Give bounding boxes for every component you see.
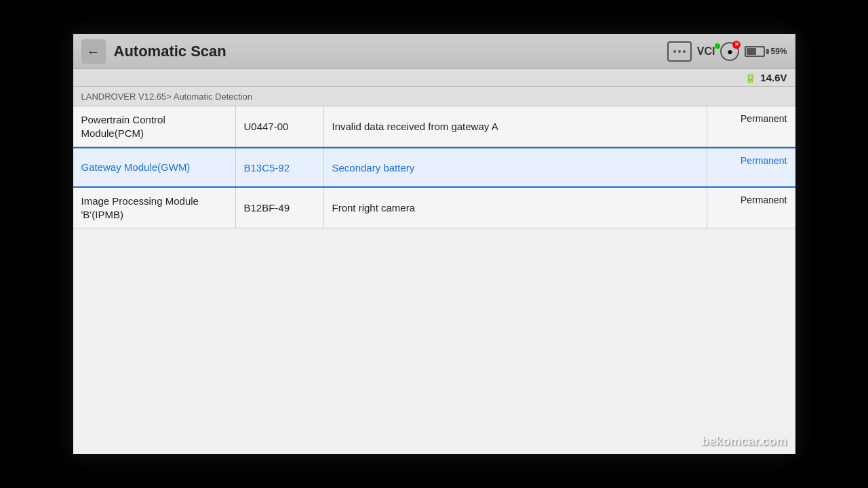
code-cell: B13C5-92 — [236, 148, 324, 186]
module-cell: Gateway Module(GWM) — [73, 148, 236, 186]
page-title: Automatic Scan — [114, 43, 667, 60]
breadcrumb-bar: LANDROVER V12.65> Automatic Detection — [73, 87, 795, 106]
description-cell: Invalid data received from gateway A — [324, 106, 707, 146]
table-row[interactable]: Gateway Module(GWM) B13C5-92 Secondary b… — [73, 147, 795, 188]
battery-area: 59% — [745, 46, 787, 57]
fault-code: B12BF-49 — [244, 202, 290, 214]
header-bar: ← Automatic Scan VCI ● ✕ — [73, 34, 795, 69]
fault-code: U0447-00 — [244, 121, 289, 132]
status-cell: Permanent — [707, 148, 795, 186]
battery-tip — [766, 49, 769, 54]
module-name: Gateway Module(GWM) — [81, 161, 191, 174]
module-name: Powertrain Control Module(PCM) — [81, 113, 227, 140]
voltage-text: 14.6V — [760, 72, 787, 83]
dot3 — [683, 50, 686, 53]
fault-description: Front right camera — [332, 202, 416, 214]
fault-description: Secondary battery — [332, 162, 415, 174]
status-badge: Permanent — [741, 155, 787, 166]
content-area: Powertrain Control Module(PCM) U0447-00 … — [73, 106, 795, 454]
globe-symbol: ● — [727, 46, 732, 57]
back-icon: ← — [87, 45, 100, 58]
code-cell: U0447-00 — [236, 106, 324, 146]
dot2 — [678, 50, 681, 53]
status-badge: Permanent — [741, 113, 787, 124]
dot1 — [673, 50, 676, 53]
scan-results-table: Powertrain Control Module(PCM) U0447-00 … — [73, 106, 795, 228]
battery-percent: 59% — [770, 47, 787, 56]
status-cell: Permanent — [707, 106, 795, 146]
module-name: Image Processing Module 'B'(IPMB) — [81, 195, 227, 221]
battery-small-icon: 🔋 — [745, 73, 756, 83]
fault-code: B13C5-92 — [244, 162, 290, 174]
description-cell: Secondary battery — [324, 148, 707, 186]
code-cell: B12BF-49 — [236, 188, 324, 228]
breadcrumb: LANDROVER V12.65> Automatic Detection — [81, 92, 253, 102]
status-cell: Permanent — [707, 188, 795, 228]
battery-icon: 59% — [745, 46, 787, 57]
voltage-row: 🔋 14.6V — [73, 69, 795, 87]
battery-body — [745, 46, 765, 57]
description-cell: Front right camera — [324, 188, 707, 228]
globe-icon[interactable]: ● ✕ — [720, 42, 739, 61]
device-frame: ← Automatic Scan VCI ● ✕ — [73, 34, 795, 454]
table-row[interactable]: Image Processing Module 'B'(IPMB) B12BF-… — [73, 188, 795, 228]
table-row[interactable]: Powertrain Control Module(PCM) U0447-00 … — [73, 106, 795, 147]
header-icons: VCI ● ✕ 59% — [667, 41, 787, 62]
module-cell: Powertrain Control Module(PCM) — [73, 106, 236, 146]
back-button[interactable]: ← — [81, 39, 106, 64]
vci-label: VCI — [697, 45, 715, 58]
module-cell: Image Processing Module 'B'(IPMB) — [73, 188, 236, 228]
fault-description: Invalid data received from gateway A — [332, 121, 498, 132]
battery-fill — [747, 48, 755, 55]
status-badge: Permanent — [741, 195, 787, 205]
chat-icon[interactable] — [667, 41, 692, 62]
globe-x-icon: ✕ — [732, 41, 741, 49]
chat-dots — [673, 50, 686, 53]
